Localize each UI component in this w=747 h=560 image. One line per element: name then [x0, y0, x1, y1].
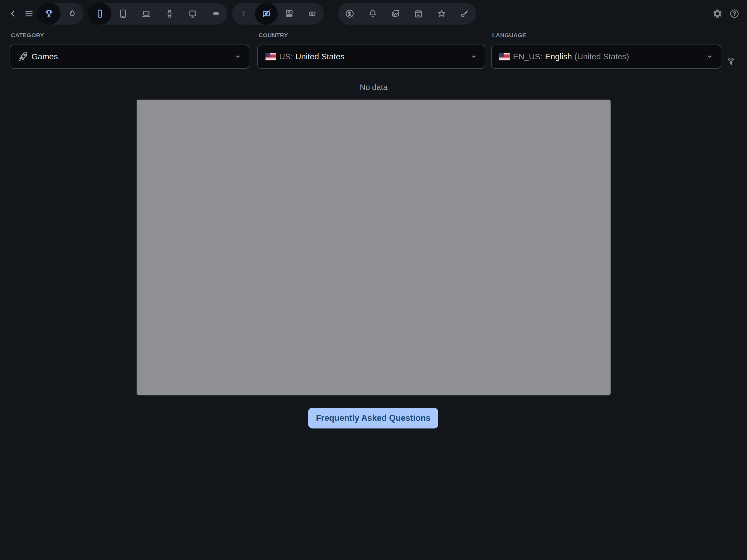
key-icon [460, 9, 469, 19]
ranking-toggle-group [37, 3, 84, 25]
price-toggle-group [232, 3, 324, 25]
top-charts-tab[interactable] [37, 3, 60, 25]
language-value: English [545, 52, 572, 61]
price-paid-tab[interactable] [301, 3, 324, 25]
device-tv-tab[interactable] [181, 3, 204, 25]
money-stack-icon [284, 9, 294, 19]
settings-gear-icon [712, 8, 723, 19]
content-placeholder-panel [136, 99, 611, 396]
toolbar [0, 3, 747, 25]
faq-button[interactable]: Frequently Asked Questions [308, 408, 438, 429]
device-ipad-tab[interactable] [111, 3, 134, 25]
tv-icon [188, 9, 198, 19]
device-toggle-group [88, 3, 228, 25]
us-flag-icon [499, 53, 510, 60]
category-dropdown[interactable]: Games [9, 45, 249, 69]
ratings-button[interactable] [430, 3, 453, 25]
price-free-tab[interactable] [255, 3, 278, 25]
screenshots-icon [391, 9, 401, 19]
laptop-icon [141, 9, 151, 19]
chevron-down-icon [470, 53, 478, 60]
trending-tab[interactable] [60, 3, 84, 25]
empty-state-text: No data [136, 83, 611, 92]
events-button[interactable] [407, 3, 430, 25]
country-value: United States [295, 52, 344, 61]
notifications-button[interactable] [361, 3, 384, 25]
country-label: COUNTRY [259, 32, 288, 39]
calendar-icon [414, 9, 423, 19]
country-dropdown[interactable]: US: United States [257, 45, 485, 69]
bell-icon [368, 9, 378, 19]
question-icon [239, 9, 248, 18]
menu-icon [24, 9, 34, 19]
filter-button[interactable] [725, 55, 737, 69]
device-iphone-tab[interactable] [88, 3, 111, 25]
flame-icon [67, 9, 77, 19]
device-laptop-tab[interactable] [134, 3, 158, 25]
money-single-icon [308, 9, 317, 18]
rocket-icon [18, 51, 28, 62]
watch-icon [164, 9, 175, 19]
back-button[interactable] [6, 3, 20, 25]
settings-button[interactable] [711, 3, 725, 25]
language-suffix: (United States) [574, 52, 629, 61]
country-code: US: [279, 52, 293, 61]
iphone-icon [95, 9, 105, 19]
device-vision-tab[interactable] [204, 3, 228, 25]
ipad-icon [118, 9, 128, 19]
help-icon [729, 8, 740, 19]
device-watch-tab[interactable] [158, 3, 181, 25]
category-value: Games [31, 52, 58, 61]
trophy-icon [44, 9, 54, 19]
keywords-button[interactable] [453, 3, 476, 25]
funnel-icon [725, 57, 736, 68]
language-label: LANGUAGE [492, 32, 526, 39]
vision-pro-icon [211, 8, 221, 19]
help-button[interactable] [727, 3, 742, 25]
us-flag-icon [265, 53, 276, 60]
money-crossed-icon [261, 9, 271, 19]
language-dropdown[interactable]: EN_US: English (United States) [491, 45, 721, 69]
screenshots-button[interactable] [384, 3, 407, 25]
chevron-down-icon [234, 53, 242, 60]
price-grossing-tab[interactable] [278, 3, 301, 25]
price-unknown-tab[interactable] [232, 3, 255, 25]
monetization-button[interactable] [338, 3, 361, 25]
chevron-down-icon [706, 53, 714, 60]
dollar-circle-icon [345, 9, 355, 19]
attribute-toggle-group [338, 3, 476, 25]
star-icon [437, 9, 446, 19]
category-label: CATEGORY [11, 32, 44, 39]
language-code: EN_US: [513, 52, 542, 61]
menu-button[interactable] [22, 3, 36, 25]
back-icon [8, 9, 18, 18]
